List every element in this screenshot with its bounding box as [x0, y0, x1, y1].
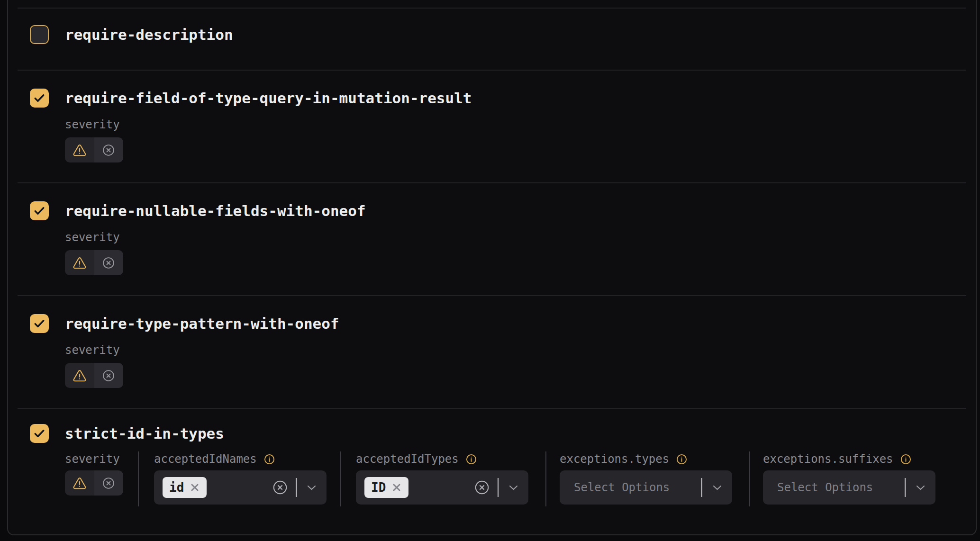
- tag-value: ID: [371, 480, 386, 495]
- select-placeholder: Select Options: [777, 481, 873, 494]
- tag-value: id: [169, 480, 184, 495]
- error-circle-x-icon: [101, 369, 116, 383]
- chevron-down-icon[interactable]: [499, 485, 528, 490]
- rule-checkbox-checked[interactable]: [30, 424, 49, 443]
- severity-warning-button[interactable]: [65, 470, 94, 496]
- severity-warning-button[interactable]: [65, 363, 94, 388]
- severity-warning-button[interactable]: [65, 137, 94, 162]
- rule-title: require-nullable-fields-with-oneof: [65, 202, 366, 219]
- accepted-id-names-column: acceptedIdNames id: [154, 452, 327, 505]
- error-circle-x-icon: [101, 476, 116, 490]
- strict-id-options-row: severity acceptedIdNames: [18, 452, 966, 506]
- exceptions-types-column: exceptions.types Select Options: [560, 452, 732, 505]
- severity-toggle: [65, 363, 123, 388]
- column-divider: [545, 451, 546, 506]
- severity-toggle: [65, 250, 123, 275]
- error-circle-x-icon: [101, 143, 116, 157]
- rule-title: strict-id-in-types: [65, 425, 224, 442]
- severity-label: severity: [65, 343, 966, 357]
- option-label: exceptions.suffixes: [763, 452, 893, 466]
- chevron-down-icon[interactable]: [702, 485, 732, 490]
- warning-triangle-icon: [72, 255, 87, 270]
- rule-row-require-field-of-type-query-in-mutation-result: require-field-of-type-query-in-mutation-…: [18, 70, 966, 182]
- column-divider: [749, 451, 750, 506]
- clear-all-icon[interactable]: [473, 479, 490, 496]
- severity-label: severity: [65, 231, 966, 244]
- clear-all-icon[interactable]: [272, 479, 289, 496]
- severity-toggle: [65, 137, 123, 162]
- info-icon[interactable]: [676, 453, 688, 465]
- option-label: acceptedIdNames: [154, 452, 257, 466]
- rule-checkbox-checked[interactable]: [30, 314, 49, 333]
- exceptions-suffixes-column: exceptions.suffixes Select Options: [763, 452, 935, 505]
- tag-remove-icon[interactable]: [190, 482, 200, 493]
- column-divider: [340, 451, 341, 506]
- exceptions-suffixes-select[interactable]: Select Options: [763, 470, 935, 505]
- checkmark-icon: [32, 426, 46, 441]
- rule-row-require-description: require-description: [18, 8, 966, 70]
- checkmark-icon: [32, 316, 46, 331]
- rule-row-require-type-pattern-with-oneof: require-type-pattern-with-oneof severity: [18, 295, 966, 408]
- severity-error-button[interactable]: [94, 363, 124, 388]
- severity-toggle: [65, 470, 123, 496]
- info-icon[interactable]: [263, 453, 275, 465]
- rule-checkbox-unchecked[interactable]: [30, 25, 49, 44]
- exceptions-types-select[interactable]: Select Options: [560, 470, 732, 505]
- rule-title: require-description: [65, 26, 233, 43]
- rule-title: require-field-of-type-query-in-mutation-…: [65, 90, 472, 107]
- spacer: [18, 0, 966, 8]
- accepted-id-names-select[interactable]: id: [154, 470, 327, 505]
- accepted-id-types-column: acceptedIdTypes ID: [356, 452, 528, 505]
- info-icon[interactable]: [465, 453, 477, 465]
- rule-checkbox-checked[interactable]: [30, 89, 49, 108]
- severity-column: severity: [65, 452, 138, 496]
- info-icon[interactable]: [900, 453, 912, 465]
- checkmark-icon: [32, 91, 46, 105]
- rules-settings-page: require-description require-field-of-typ…: [0, 0, 980, 541]
- chevron-down-icon[interactable]: [297, 485, 327, 490]
- option-label: exceptions.types: [560, 452, 669, 466]
- checkmark-icon: [32, 204, 46, 218]
- tag-chip: ID: [364, 477, 408, 498]
- severity-error-button[interactable]: [94, 470, 124, 496]
- severity-label: severity: [65, 452, 138, 466]
- severity-label: severity: [65, 118, 966, 131]
- select-placeholder: Select Options: [574, 481, 670, 494]
- rule-row-strict-id-in-types: strict-id-in-types severity acceptedIdNa: [18, 408, 966, 540]
- rule-checkbox-checked[interactable]: [30, 201, 49, 220]
- warning-triangle-icon: [72, 143, 87, 158]
- accepted-id-types-select[interactable]: ID: [356, 470, 528, 505]
- warning-triangle-icon: [72, 368, 87, 383]
- tag-chip: id: [163, 477, 207, 498]
- column-divider: [138, 451, 139, 506]
- rules-panel: require-description require-field-of-typ…: [7, 0, 977, 535]
- rule-row-require-nullable-fields-with-oneof: require-nullable-fields-with-oneof sever…: [18, 182, 966, 295]
- rule-title: require-type-pattern-with-oneof: [65, 315, 339, 332]
- severity-error-button[interactable]: [94, 250, 124, 275]
- option-label: acceptedIdTypes: [356, 452, 459, 466]
- severity-error-button[interactable]: [94, 137, 124, 162]
- tag-remove-icon[interactable]: [391, 482, 402, 493]
- error-circle-x-icon: [101, 256, 116, 270]
- chevron-down-icon[interactable]: [906, 485, 935, 490]
- warning-triangle-icon: [72, 476, 87, 491]
- severity-warning-button[interactable]: [65, 250, 94, 275]
